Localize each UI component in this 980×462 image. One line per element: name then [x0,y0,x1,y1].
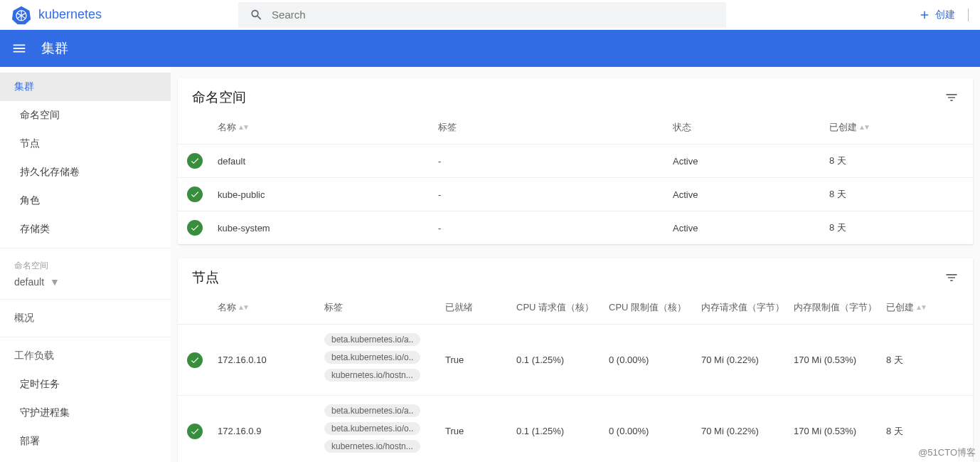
topbar: kubernetes 创建 [0,0,980,30]
sidebar-item-cluster[interactable]: 集群 [0,73,171,101]
table-row: default-Active8 天 [178,145,973,178]
watermark: @51CTO博客 [918,446,976,459]
status-ok-icon [187,424,203,439]
divider [0,337,171,337]
page-title: 集群 [41,39,68,58]
col-created[interactable]: 已创建▲▼ [880,294,973,325]
label-chip[interactable]: beta.kubernetes.io/o.. [324,422,420,435]
status-ok-icon [187,153,203,169]
col-cpu-lim: CPU 限制值（核） [603,294,696,325]
create-button[interactable]: 创建 [918,9,955,21]
status-ok-icon [187,352,203,368]
node-link[interactable]: 172.16.0.10 [212,325,319,396]
table-row: 172.16.0.9beta.kubernetes.io/a..beta.kub… [178,396,973,463]
status-ok-icon [187,220,203,236]
label-chip[interactable]: kubernetes.io/hostn... [324,369,420,382]
namespaces-card: 命名空间 名称▲▼ 标签 状态 已创建▲▼ default-Active8 天k… [178,78,973,244]
plus-icon [918,9,931,21]
divider [0,299,171,300]
table-row: kube-public-Active8 天 [178,178,973,211]
label-chip[interactable]: beta.kubernetes.io/a.. [324,404,420,417]
caret-down-icon: ▼ [50,276,60,288]
search-icon [250,8,263,22]
sidebar-item-daemonsets[interactable]: 守护进程集 [0,399,171,427]
sidebar-item-storageclass[interactable]: 存储类 [0,215,171,243]
sidebar-item-deployments[interactable]: 部署 [0,427,171,456]
filter-icon[interactable] [944,90,959,105]
col-labels: 标签 [432,114,667,145]
divider [968,9,969,21]
nodes-card-title: 节点 [192,268,219,287]
logo[interactable]: kubernetes [11,5,102,25]
sidebar: 集群 命名空间 节点 持久化存储卷 角色 存储类 命名空间 default ▼ … [0,67,171,462]
sidebar-item-roles[interactable]: 角色 [0,187,171,215]
col-mem-req: 内存请求值（字节） [696,294,788,325]
label-chip[interactable]: beta.kubernetes.io/a.. [324,333,420,346]
col-ready: 已就绪 [440,294,511,325]
sidebar-ns-label: 命名空间 [0,253,171,273]
sidebar-item-namespaces[interactable]: 命名空间 [0,101,171,130]
namespace-selected: default [14,276,44,288]
status-ok-icon [187,187,203,202]
divider [0,248,171,248]
sidebar-item-pv[interactable]: 持久化存储卷 [0,158,171,187]
col-status: 状态 [667,114,824,145]
table-row: kube-system-Active8 天 [178,211,973,245]
menu-icon[interactable] [11,41,27,56]
ns-link[interactable]: kube-system [212,211,432,245]
main-content: 命名空间 名称▲▼ 标签 状态 已创建▲▼ default-Active8 天k… [171,67,980,462]
namespaces-card-title: 命名空间 [192,88,246,107]
kubernetes-logo-icon [11,5,31,25]
col-labels: 标签 [319,294,440,325]
label-chip[interactable]: beta.kubernetes.io/o.. [324,351,420,364]
table-row: 172.16.0.10beta.kubernetes.io/a..beta.ku… [178,325,973,396]
col-mem-lim: 内存限制值（字节） [788,294,880,325]
sidebar-item-overview[interactable]: 概况 [0,304,171,332]
search-input[interactable] [272,9,715,21]
subbar: 集群 [0,30,980,67]
namespaces-table: 名称▲▼ 标签 状态 已创建▲▼ default-Active8 天kube-p… [178,114,973,244]
ns-link[interactable]: kube-public [212,178,432,211]
nodes-table: 名称▲▼ 标签 已就绪 CPU 请求值（核） CPU 限制值（核） 内存请求值（… [178,294,973,462]
sidebar-item-nodes[interactable]: 节点 [0,130,171,158]
col-name[interactable]: 名称▲▼ [212,294,319,325]
create-label: 创建 [935,9,955,21]
topbar-right: 创建 [918,9,969,21]
label-chip[interactable]: kubernetes.io/hostn... [324,440,420,453]
namespace-selector[interactable]: default ▼ [0,273,171,295]
sidebar-item-jobs[interactable]: 任务 [0,456,171,462]
col-cpu-req: CPU 请求值（核） [511,294,603,325]
app-name: kubernetes [38,7,102,22]
filter-icon[interactable] [944,271,959,285]
search-box[interactable] [238,2,726,28]
col-created[interactable]: 已创建▲▼ [824,114,973,145]
node-link[interactable]: 172.16.0.9 [212,396,319,463]
sidebar-item-cronjobs[interactable]: 定时任务 [0,370,171,399]
sidebar-item-workloads[interactable]: 工作负载 [0,342,171,370]
nodes-card: 节点 名称▲▼ 标签 已就绪 CPU 请求值（核） CPU 限制值（核） 内存请… [178,258,973,462]
col-name[interactable]: 名称▲▼ [212,114,432,145]
ns-link[interactable]: default [212,145,432,178]
